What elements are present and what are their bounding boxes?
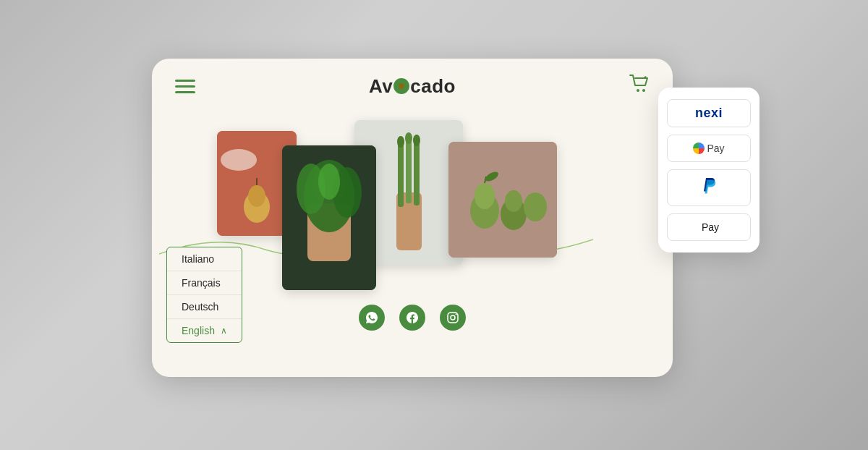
images-area: Italiano Français Deutsch English ∧ xyxy=(181,109,644,297)
svg-rect-17 xyxy=(406,138,412,203)
svg-point-1 xyxy=(642,89,645,92)
scene: Av cado xyxy=(152,59,716,391)
google-g-icon xyxy=(693,143,705,154)
facebook-icon[interactable] xyxy=(399,305,425,331)
svg-point-6 xyxy=(221,149,257,171)
nexi-label: nexi xyxy=(695,106,723,121)
svg-point-13 xyxy=(318,164,340,200)
payment-applepay[interactable]: Pay xyxy=(667,213,751,241)
lang-deutsch[interactable]: Deutsch xyxy=(167,295,242,319)
lang-english[interactable]: English ∧ xyxy=(167,319,242,342)
paypal-label xyxy=(700,176,718,200)
header: Av cado xyxy=(152,59,673,109)
svg-point-20 xyxy=(405,132,412,144)
logo-text-after: cado xyxy=(410,75,456,98)
image-greens xyxy=(282,145,376,290)
svg-point-28 xyxy=(524,192,547,221)
chevron-up-icon: ∧ xyxy=(221,326,227,336)
lang-italiano[interactable]: Italiano xyxy=(167,247,242,271)
payment-nexi[interactable]: nexi xyxy=(667,99,751,127)
svg-point-0 xyxy=(637,89,639,92)
image-pears xyxy=(448,142,557,258)
app-logo: Av cado xyxy=(369,75,456,98)
svg-point-19 xyxy=(397,136,404,148)
hamburger-icon[interactable] xyxy=(175,80,195,93)
svg-point-24 xyxy=(475,183,495,209)
svg-point-31 xyxy=(451,315,455,320)
cart-icon[interactable] xyxy=(629,75,650,98)
language-dropdown: Italiano Français Deutsch English ∧ xyxy=(166,247,242,343)
instagram-icon[interactable] xyxy=(440,305,466,331)
svg-rect-18 xyxy=(414,140,420,205)
logo-text-before: Av xyxy=(369,75,393,98)
svg-point-21 xyxy=(413,135,420,146)
applepay-label: Pay xyxy=(699,221,719,233)
svg-rect-16 xyxy=(398,142,404,207)
payment-paypal[interactable] xyxy=(667,169,751,206)
lang-francais[interactable]: Français xyxy=(167,271,242,295)
payment-card: nexi Pay Pay xyxy=(658,88,760,252)
svg-point-32 xyxy=(456,314,457,315)
payment-gpay[interactable]: Pay xyxy=(667,135,751,162)
whatsapp-icon[interactable] xyxy=(359,305,385,331)
gpay-label: Pay xyxy=(693,143,724,154)
logo-avocado-icon xyxy=(393,78,409,94)
main-card: Av cado xyxy=(152,59,673,377)
svg-point-27 xyxy=(505,190,522,212)
svg-point-4 xyxy=(248,185,265,207)
